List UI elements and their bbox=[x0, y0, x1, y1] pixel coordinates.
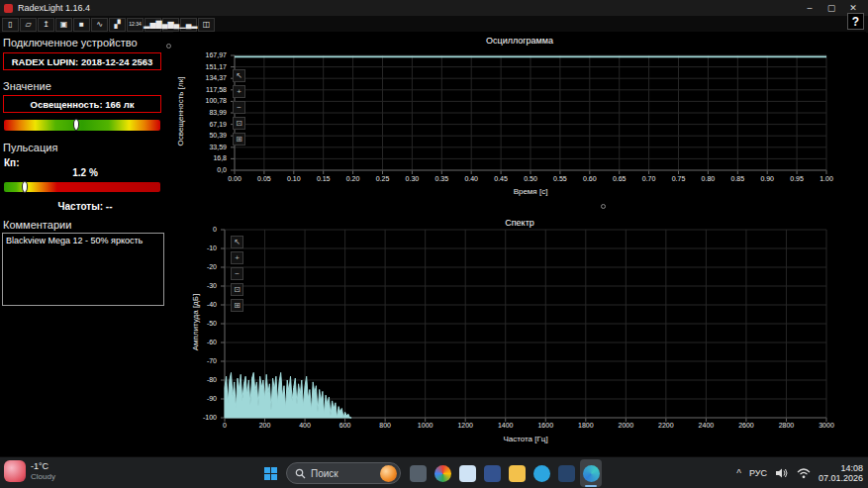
kp-marker bbox=[22, 181, 28, 193]
oscillogram-plot-area[interactable] bbox=[235, 55, 826, 170]
telegram-icon bbox=[533, 465, 550, 482]
save-icon[interactable]: ▣ bbox=[55, 18, 72, 32]
zoom-window-icon[interactable]: ⊡ bbox=[233, 117, 245, 130]
y-tick-label: -90 bbox=[207, 395, 217, 402]
language-indicator[interactable]: РУС bbox=[749, 468, 767, 478]
main-toolbar: ▯▱↥▣■∿▞12:34▂▅▇▄▆▄▁▄▂◫ bbox=[0, 16, 868, 33]
x-tick-label: 0 bbox=[210, 422, 240, 429]
network-icon[interactable] bbox=[797, 467, 811, 479]
y-tick-label: 33,59 bbox=[209, 144, 227, 150]
maximize-button[interactable]: ▢ bbox=[820, 3, 842, 13]
telegram-icon[interactable] bbox=[530, 459, 552, 487]
comments-section-heading: Комментарии bbox=[3, 219, 71, 231]
comments-input[interactable]: Blackview Mega 12 - 50% яркость bbox=[2, 233, 164, 306]
zoom-window-icon[interactable]: ⊡ bbox=[231, 283, 243, 296]
x-tick-label: 3000 bbox=[812, 422, 841, 429]
x-tick-label: 1.00 bbox=[812, 175, 841, 182]
x-tick-label: 2200 bbox=[651, 422, 681, 429]
y-tick-label: 151,17 bbox=[206, 63, 227, 70]
export-icon[interactable]: ↥ bbox=[38, 18, 54, 32]
left-panel: Подключенное устройство RADEX LUPIN: 201… bbox=[0, 33, 170, 456]
panel-splitter-handle[interactable] bbox=[166, 44, 171, 49]
x-tick-label: 0.40 bbox=[456, 175, 486, 182]
x-tick-label: 0.15 bbox=[309, 175, 338, 182]
layout-icon[interactable]: ◫ bbox=[198, 18, 215, 32]
widgets-icon[interactable] bbox=[407, 459, 429, 487]
explorer-icon[interactable] bbox=[506, 459, 528, 487]
frequencies-value: Частоты: -- bbox=[0, 201, 170, 212]
radexlight-icon[interactable] bbox=[580, 459, 602, 487]
y-tick-label: 0 bbox=[213, 226, 217, 233]
spectrum-x-axis-label: Частота [Гц] bbox=[225, 435, 826, 443]
new-file-icon[interactable]: ▯ bbox=[2, 18, 19, 32]
y-tick-label: 67,19 bbox=[209, 121, 227, 128]
defender-icon bbox=[558, 465, 575, 482]
trend-icon[interactable]: ▁▄▂ bbox=[180, 18, 197, 32]
defender-icon[interactable] bbox=[555, 459, 577, 487]
display-mode-icon[interactable]: ■ bbox=[73, 18, 90, 32]
oscillogram-view-icon[interactable]: ∿ bbox=[91, 18, 108, 32]
pan-icon[interactable]: ⊞ bbox=[231, 299, 243, 312]
clock-mode-icon[interactable]: 12:34 bbox=[127, 18, 144, 32]
spectrum-plot-area[interactable] bbox=[225, 230, 826, 418]
taskbar: -1°C Cloudy Поиск ^ РУС bbox=[0, 456, 868, 488]
bar-chart-icon[interactable]: ▂▅▇ bbox=[145, 18, 161, 32]
y-tick-label: 134,37 bbox=[206, 74, 227, 81]
browser-icon[interactable] bbox=[432, 459, 453, 487]
title-bar: RadexLight 1.16.4 – ▢ ✕ bbox=[0, 0, 868, 16]
device-section-heading: Подключенное устройство bbox=[3, 37, 138, 49]
y-tick-label: -30 bbox=[207, 282, 217, 289]
search-placeholder: Поиск bbox=[311, 468, 375, 479]
search-icon bbox=[295, 468, 306, 479]
open-file-icon[interactable]: ▱ bbox=[20, 18, 37, 32]
teams-icon[interactable] bbox=[481, 459, 503, 487]
x-tick-label: 0.35 bbox=[427, 175, 456, 182]
x-tick-label: 0.85 bbox=[723, 175, 752, 182]
clock[interactable]: 14:08 07.01.2026 bbox=[819, 463, 863, 483]
select-tool-icon[interactable]: ↖ bbox=[233, 69, 245, 82]
x-tick-label: 0.95 bbox=[782, 175, 812, 182]
volume-icon[interactable] bbox=[775, 467, 789, 479]
spectrum-area bbox=[225, 372, 351, 418]
histogram-icon[interactable]: ▄▆▄ bbox=[162, 18, 179, 32]
spectrum-canvas bbox=[219, 230, 828, 424]
x-tick-label: 400 bbox=[290, 422, 320, 429]
x-tick-label: 1600 bbox=[530, 422, 560, 429]
weather-widget[interactable]: -1°C Cloudy bbox=[4, 460, 55, 482]
x-tick-label: 200 bbox=[250, 422, 280, 429]
y-tick-label: -100 bbox=[203, 414, 217, 421]
x-tick-label: 0.75 bbox=[664, 175, 694, 182]
y-tick-label: -50 bbox=[207, 320, 217, 327]
y-tick-label: 83,99 bbox=[209, 109, 227, 116]
y-tick-label: 0,0 bbox=[217, 166, 227, 173]
weather-condition: Cloudy bbox=[31, 472, 55, 482]
y-tick-label: -80 bbox=[207, 376, 217, 383]
illuminance-scale bbox=[4, 120, 160, 131]
x-tick-label: 800 bbox=[370, 422, 400, 429]
help-button[interactable]: ? bbox=[847, 13, 864, 30]
kp-scale bbox=[4, 182, 160, 192]
close-button[interactable]: ✕ bbox=[842, 3, 864, 13]
zoom-in-icon[interactable]: + bbox=[233, 85, 245, 98]
search-highlight-icon[interactable] bbox=[380, 465, 397, 482]
start-button[interactable] bbox=[260, 463, 280, 483]
spectrum-view-icon[interactable]: ▞ bbox=[109, 18, 126, 32]
y-tick-label: -10 bbox=[207, 244, 217, 251]
y-tick-label: -70 bbox=[207, 357, 217, 364]
windows-logo-icon bbox=[264, 467, 277, 480]
x-tick-label: 0.30 bbox=[397, 175, 427, 182]
select-tool-icon[interactable]: ↖ bbox=[231, 236, 243, 248]
x-tick-label: 0.45 bbox=[486, 175, 516, 182]
zoom-out-icon[interactable]: − bbox=[231, 267, 243, 280]
zoom-out-icon[interactable]: − bbox=[233, 101, 245, 114]
zoom-in-icon[interactable]: + bbox=[231, 251, 243, 264]
x-tick-label: 1000 bbox=[411, 422, 440, 429]
pan-icon[interactable]: ⊞ bbox=[233, 133, 245, 146]
store-icon[interactable] bbox=[456, 459, 478, 487]
x-tick-label: 0.20 bbox=[338, 175, 368, 182]
hidden-icons-chevron[interactable]: ^ bbox=[736, 468, 741, 479]
search-input[interactable]: Поиск bbox=[286, 462, 401, 484]
minimize-button[interactable]: – bbox=[799, 3, 820, 13]
chart-splitter-handle[interactable] bbox=[601, 204, 606, 209]
x-tick-label: 600 bbox=[331, 422, 360, 429]
